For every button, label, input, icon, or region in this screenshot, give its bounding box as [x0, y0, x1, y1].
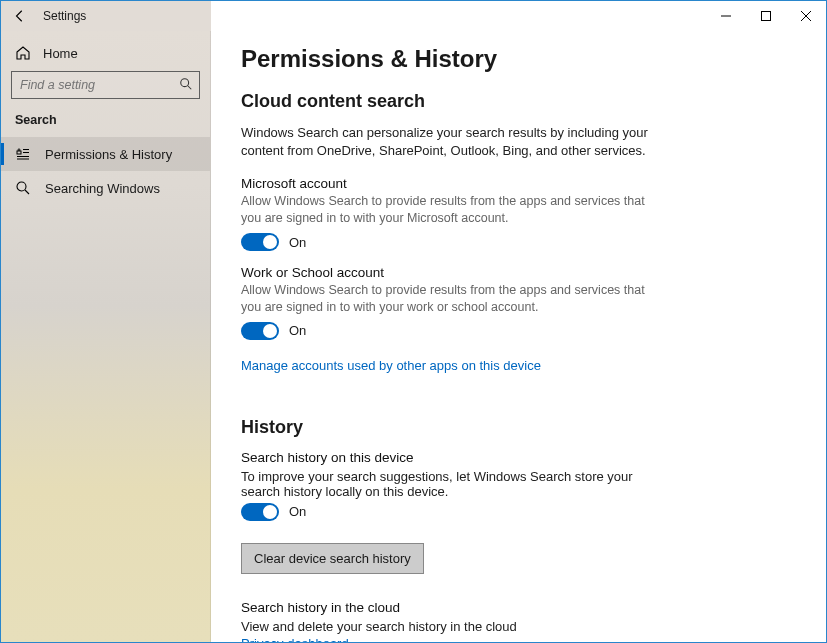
search-input[interactable] — [20, 78, 179, 92]
main-content[interactable]: Permissions & History Cloud content sear… — [211, 31, 826, 642]
svg-line-3 — [188, 85, 192, 89]
sidebar-search — [1, 71, 210, 113]
device-history-title: Search history on this device — [241, 450, 796, 465]
close-button[interactable] — [786, 1, 826, 31]
home-nav[interactable]: Home — [1, 37, 210, 71]
minimize-button[interactable] — [706, 1, 746, 31]
device-history-toggle-label: On — [289, 504, 306, 519]
cloud-desc: Windows Search can personalize your sear… — [241, 124, 661, 160]
cloud-history-title: Search history in the cloud — [241, 600, 796, 615]
ms-account-toggle-label: On — [289, 235, 306, 250]
ms-account-title: Microsoft account — [241, 176, 796, 191]
history-section-title: History — [241, 417, 796, 438]
svg-point-9 — [17, 182, 26, 191]
work-account-toggle-row: On — [241, 322, 796, 340]
ms-account-toggle-row: On — [241, 233, 796, 251]
home-label: Home — [43, 46, 78, 61]
sidebar-item-label: Searching Windows — [45, 181, 160, 196]
sidebar-item-searching-windows[interactable]: Searching Windows — [1, 171, 210, 205]
svg-point-2 — [181, 78, 189, 86]
device-history-toggle[interactable] — [241, 503, 279, 521]
ms-account-desc: Allow Windows Search to provide results … — [241, 193, 661, 227]
sidebar-section-label: Search — [1, 113, 210, 137]
cloud-section-title: Cloud content search — [241, 91, 796, 112]
svg-rect-4 — [17, 151, 21, 154]
work-account-desc: Allow Windows Search to provide results … — [241, 282, 661, 316]
manage-accounts-link[interactable]: Manage accounts used by other apps on th… — [241, 358, 541, 373]
page-title: Permissions & History — [241, 45, 796, 73]
svg-rect-1 — [762, 12, 771, 21]
clear-history-button[interactable]: Clear device search history — [241, 543, 424, 574]
home-icon — [15, 45, 31, 61]
settings-window: Settings Home — [0, 0, 827, 643]
app-title: Settings — [43, 9, 86, 23]
search-box[interactable] — [11, 71, 200, 99]
maximize-button[interactable] — [746, 1, 786, 31]
work-account-title: Work or School account — [241, 265, 796, 280]
ms-account-toggle[interactable] — [241, 233, 279, 251]
search-icon — [179, 77, 193, 94]
sidebar: Home Search Permissions & History — [1, 31, 211, 642]
sidebar-item-permissions-history[interactable]: Permissions & History — [1, 137, 210, 171]
search-windows-icon — [15, 180, 31, 196]
back-button[interactable] — [11, 7, 29, 25]
privacy-dashboard-link[interactable]: Privacy dashboard — [241, 636, 349, 642]
work-account-toggle[interactable] — [241, 322, 279, 340]
window-controls — [706, 1, 826, 31]
device-history-toggle-row: On — [241, 503, 796, 521]
work-account-toggle-label: On — [289, 323, 306, 338]
svg-line-10 — [25, 190, 29, 194]
device-history-desc: To improve your search suggestions, let … — [241, 469, 661, 499]
permissions-icon — [15, 146, 31, 162]
titlebar: Settings — [1, 1, 826, 31]
cloud-history-line1: View and delete your search history in t… — [241, 619, 661, 634]
sidebar-item-label: Permissions & History — [45, 147, 172, 162]
